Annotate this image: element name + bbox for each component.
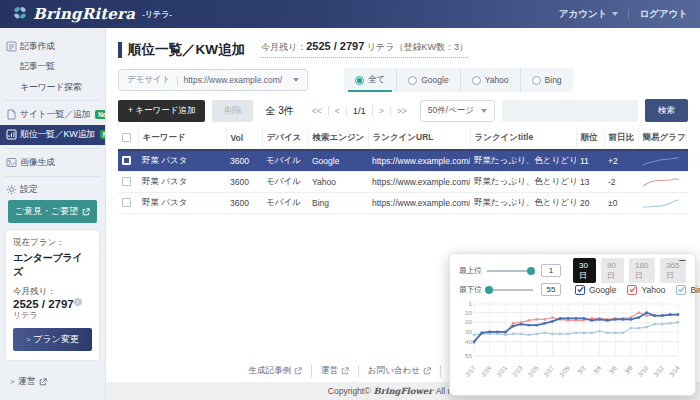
chevron-down-icon <box>293 78 299 82</box>
top-rank-slider[interactable] <box>487 270 533 272</box>
footer-link-examples[interactable]: 生成記事例 <box>240 365 313 377</box>
svg-text:3/14: 3/14 <box>668 364 681 378</box>
sidebar-item-settings[interactable]: 設定 <box>0 180 105 200</box>
per-page-select[interactable]: 50件/ページ <box>420 100 495 122</box>
engine-radio-all[interactable]: 全て <box>344 68 396 92</box>
svg-text:3/6: 3/6 <box>607 364 618 376</box>
svg-text:2/27: 2/27 <box>542 364 555 378</box>
search-input[interactable] <box>502 100 638 122</box>
page-first-button[interactable]: << <box>306 106 329 116</box>
rank-trend-chart: 110203040552/172/192/212/232/252/272/293… <box>459 301 686 387</box>
sparkline-chart <box>642 198 682 209</box>
bottom-rank-slider[interactable] <box>487 289 533 291</box>
table-row[interactable]: 野菜 パスタ 3600 モバイル Yahoo https://www.examp… <box>118 172 688 193</box>
col-device: デバイス <box>262 127 308 150</box>
account-menu[interactable]: アカウント <box>559 8 619 21</box>
col-title: ランクインtitle <box>470 127 576 150</box>
remain-label: 今月残り： <box>13 286 92 298</box>
table-row[interactable]: 野菜 パスタ 3600 モバイル Bing https://www.exampl… <box>118 193 688 214</box>
rank-chart-icon <box>6 129 17 140</box>
svg-text:55: 55 <box>465 352 472 359</box>
slider-handle[interactable] <box>527 267 535 275</box>
bottom-rank-input[interactable] <box>541 283 561 296</box>
checkbox-icon <box>575 285 585 295</box>
site-select-dropdown[interactable]: デモサイト https://www.example.com/ <box>118 69 308 91</box>
sidebar: 記事作成 記事一覧 キーワード探索 サイト一覧／追加 New 順位一覧／KW追加… <box>0 28 106 400</box>
external-link-icon <box>82 208 90 216</box>
remain-unit: リテラ <box>13 311 38 320</box>
remain-value: 2525 / 2797 <box>13 298 74 310</box>
period-buttons: 30日 90日 180日 365日 <box>573 258 686 283</box>
pagination: << < 1/1 > >> <box>306 105 413 116</box>
engine-radio-bing[interactable]: Bing <box>520 68 573 92</box>
col-keyword: キーワード <box>138 127 226 150</box>
period-30d-button[interactable]: 30日 <box>573 258 596 283</box>
feedback-button[interactable]: ご意見・ご要望 <box>8 200 97 223</box>
svg-text:3/8: 3/8 <box>623 364 634 376</box>
engine-radio-yahoo[interactable]: Yahoo <box>460 68 520 92</box>
svg-text:2/23: 2/23 <box>511 364 524 378</box>
sparkline-chart <box>642 156 682 167</box>
google-checkbox[interactable]: Google <box>575 285 616 295</box>
period-180d-button[interactable]: 180日 <box>629 258 655 283</box>
sidebar-divider <box>5 148 100 149</box>
slider-handle[interactable] <box>485 286 493 294</box>
external-link-icon <box>294 367 302 375</box>
operator-link[interactable]: > 運営 <box>10 375 105 388</box>
col-actions <box>686 127 688 150</box>
minimize-icon[interactable]: − <box>678 254 686 267</box>
page-prev-button[interactable]: < <box>329 106 347 116</box>
page-indicator: 1/1 <box>347 105 373 116</box>
svg-text:40: 40 <box>465 338 472 345</box>
row-checkbox[interactable] <box>122 177 131 186</box>
svg-text:1: 1 <box>469 301 473 307</box>
search-button[interactable]: 検索 <box>645 99 688 122</box>
chevron-down-icon <box>612 12 618 16</box>
page-last-button[interactable]: >> <box>391 106 413 116</box>
sidebar-item-article-create[interactable]: 記事作成 <box>0 36 105 56</box>
svg-text:10: 10 <box>465 309 472 316</box>
row-checkbox[interactable] <box>122 156 131 165</box>
sidebar-item-keyword-search[interactable]: キーワード探索 <box>0 77 105 97</box>
logo-leaf-icon <box>12 5 28 23</box>
footer-link-operator[interactable]: 運営 <box>312 365 359 377</box>
engine-radio-google[interactable]: Google <box>396 68 459 92</box>
col-url: ランクインURL <box>368 127 470 150</box>
quota-status: 今月残り：2525 / 2797 リテラ（登録KW数：3） <box>261 40 468 58</box>
delete-button[interactable]: 削除 <box>212 100 253 122</box>
row-checkbox[interactable] <box>122 198 131 207</box>
keyword-table: キーワード Vol デバイス 検索エンジン ランクインURL ランクインtitl… <box>118 127 688 214</box>
sidebar-item-image-generate[interactable]: 画像生成 <box>0 152 105 172</box>
new-badge: New <box>95 110 105 119</box>
plan-change-button[interactable]: > プラン変更 <box>13 328 92 351</box>
top-rank-input[interactable] <box>541 264 561 277</box>
plan-name: エンタープライズ <box>13 251 92 279</box>
svg-text:30: 30 <box>465 328 472 335</box>
checkbox-icon <box>627 285 637 295</box>
svg-text:2/19: 2/19 <box>479 364 492 378</box>
select-all-checkbox[interactable] <box>122 133 131 142</box>
plan-label: 現在プラン： <box>13 237 92 249</box>
bing-checkbox[interactable]: Bing <box>676 285 700 295</box>
site-select-label: デモサイト <box>127 74 171 86</box>
sidebar-item-article-list[interactable]: 記事一覧 <box>0 56 105 76</box>
col-engine: 検索エンジン <box>308 127 368 150</box>
add-keyword-button[interactable]: + キーワード追加 <box>118 100 205 122</box>
yahoo-checkbox[interactable]: Yahoo <box>627 285 665 295</box>
table-row[interactable]: 野菜 パスタ 3600 モバイル Google https://www.exam… <box>118 150 688 172</box>
footer-link-contact[interactable]: お問い合わせ <box>359 365 441 377</box>
svg-text:3/12: 3/12 <box>652 364 665 378</box>
logout-button[interactable]: ログアウト <box>639 8 688 21</box>
period-90d-button[interactable]: 90日 <box>601 258 624 283</box>
sidebar-item-site-list[interactable]: サイト一覧／追加 New <box>0 104 105 124</box>
brand-logo: BringRitera -リテラ- <box>12 5 172 23</box>
header-separator <box>628 9 629 19</box>
svg-text:3/4: 3/4 <box>591 364 602 376</box>
svg-text:2/29: 2/29 <box>558 364 571 378</box>
col-vol: Vol <box>226 127 262 150</box>
total-count: 全 3件 <box>265 104 293 118</box>
info-icon[interactable]: i <box>74 298 82 306</box>
sidebar-item-rank-list[interactable]: 順位一覧／KW追加 New <box>0 125 105 145</box>
svg-text:2/21: 2/21 <box>495 364 508 378</box>
page-next-button[interactable]: > <box>373 106 391 116</box>
